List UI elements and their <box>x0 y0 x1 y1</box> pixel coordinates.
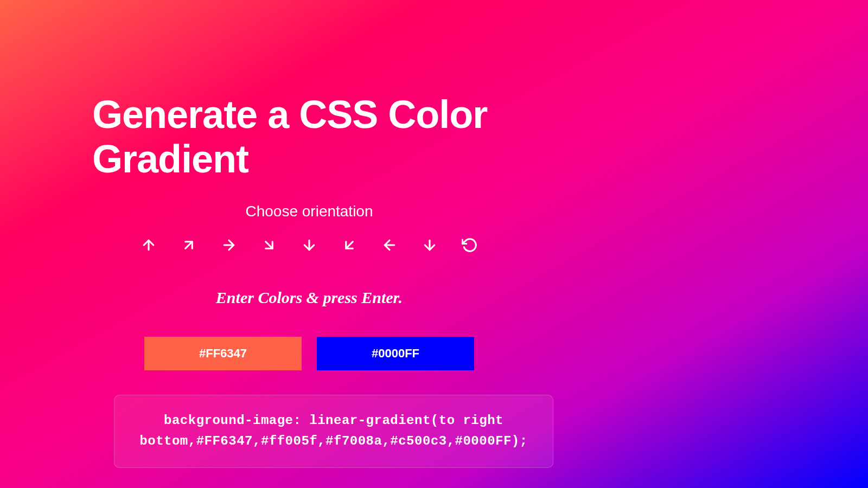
orientation-left-button[interactable] <box>380 236 399 256</box>
orientation-radial-button[interactable] <box>460 236 480 256</box>
orientation-selector <box>92 236 526 256</box>
rotate-icon <box>462 237 478 255</box>
orientation-down-button[interactable] <box>299 236 319 256</box>
orientation-down-left-button[interactable] <box>340 236 359 256</box>
arrow-right-icon <box>221 237 237 255</box>
arrow-down-left-icon <box>341 237 358 255</box>
arrow-down-right-icon <box>261 237 277 255</box>
svg-line-1 <box>186 242 193 249</box>
color-inputs-row <box>92 337 526 370</box>
arrow-down-icon <box>301 237 317 255</box>
orientation-down-right-button[interactable] <box>259 236 279 256</box>
svg-line-5 <box>346 242 353 249</box>
orientation-up-button[interactable] <box>139 236 158 256</box>
orientation-label: Choose orientation <box>92 203 526 220</box>
color-input-1[interactable] <box>144 337 302 370</box>
arrow-up-icon <box>141 237 157 255</box>
arrow-up-right-icon <box>181 237 197 255</box>
svg-line-3 <box>266 242 273 249</box>
orientation-up-right-button[interactable] <box>179 236 199 256</box>
arrow-left-icon <box>381 237 398 255</box>
orientation-right-button[interactable] <box>219 236 239 256</box>
page-title: Generate a CSS Color Gradient <box>92 92 570 181</box>
color-input-2[interactable] <box>317 337 474 370</box>
css-output[interactable]: background-image: linear-gradient(to rig… <box>114 395 553 468</box>
arrow-down-icon <box>422 237 438 255</box>
color-instruction: Enter Colors & press Enter. <box>92 288 526 307</box>
orientation-down-button-2[interactable] <box>420 236 439 256</box>
